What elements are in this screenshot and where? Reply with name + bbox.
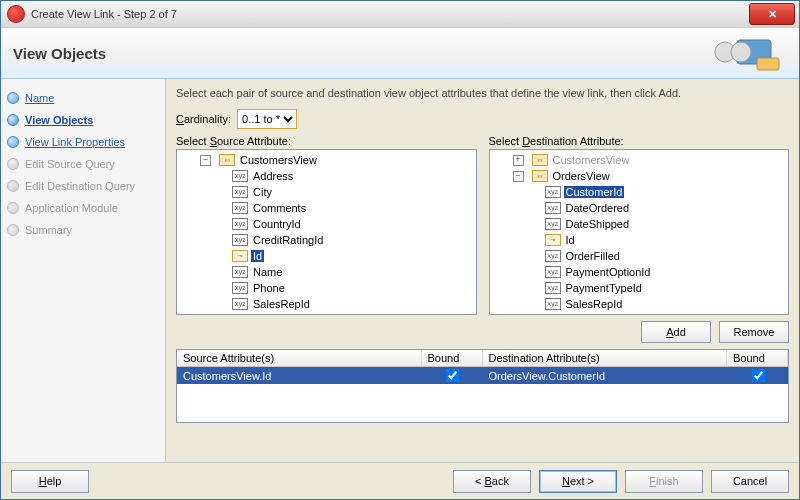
tree-node[interactable]: xyzName: [177, 264, 476, 280]
mapping-destination: OrdersView.CustomerId: [483, 367, 729, 384]
tree-node[interactable]: xyzCountryId: [177, 216, 476, 232]
node-label: OrderFilled: [564, 250, 622, 262]
tree-node[interactable]: ⊸Id: [177, 248, 476, 264]
tree-node[interactable]: xyzComments: [177, 200, 476, 216]
mapping-row[interactable]: CustomersView.IdOrdersView.CustomerId: [177, 367, 788, 384]
tree-node[interactable]: xyzPaymentOptionId: [490, 264, 789, 280]
close-icon: ✕: [768, 8, 777, 21]
col-source: Source Attribute(s): [177, 350, 422, 366]
destination-caption: Select Destination Attribute:: [489, 135, 790, 147]
assoc-icon: ↪: [232, 314, 248, 315]
mapping-rows: CustomersView.IdOrdersView.CustomerId: [177, 367, 788, 384]
expand-icon[interactable]: +: [513, 155, 524, 166]
page-title: View Objects: [13, 45, 106, 62]
tree-node[interactable]: ⊸Id: [490, 232, 789, 248]
tree-node-root[interactable]: −▭OrdersView: [490, 168, 789, 184]
node-label: CustomersView: [238, 154, 319, 166]
node-label: City: [251, 186, 274, 198]
main-panel: Select each pair of source and destinati…: [166, 79, 799, 462]
step-view-objects[interactable]: View Objects: [5, 109, 161, 131]
step-application-module: Application Module: [5, 197, 161, 219]
view-icon: ▭: [532, 170, 548, 182]
wizard-footer: Help < Back Next > Finish Cancel: [1, 462, 799, 499]
window-title: Create View Link - Step 2 of 7: [31, 8, 749, 20]
tree-node[interactable]: xyzCity: [177, 184, 476, 200]
node-label: CreditRatingId: [251, 234, 325, 246]
tree-node[interactable]: xyzSalesRepId: [177, 296, 476, 312]
source-tree[interactable]: −▭CustomersViewxyzAddressxyzCityxyzComme…: [176, 149, 477, 315]
col-destination: Destination Attribute(s): [483, 350, 728, 366]
step-name[interactable]: Name: [5, 87, 161, 109]
next-button[interactable]: Next >: [539, 470, 617, 493]
xyz-icon: xyz: [232, 234, 248, 246]
tree-node[interactable]: +▭CustomersView: [490, 152, 789, 168]
cardinality-row: Cardinality: 0..1 to *: [176, 109, 789, 129]
svg-rect-3: [757, 58, 779, 70]
destination-tree[interactable]: +▭CustomersView−▭OrdersViewxyzCustomerId…: [489, 149, 790, 315]
step-label[interactable]: View Objects: [25, 114, 93, 126]
source-tree-column: Select Source Attribute: −▭CustomersView…: [176, 135, 477, 315]
mapping-header: Source Attribute(s) Bound Destination At…: [177, 350, 788, 367]
titlebar[interactable]: Create View Link - Step 2 of 7 ✕: [1, 1, 799, 28]
node-label: Address: [251, 170, 295, 182]
node-label: DateOrdered: [564, 202, 632, 214]
cardinality-select[interactable]: 0..1 to *: [237, 109, 297, 129]
step-label: Edit Destination Query: [25, 180, 135, 192]
collapse-icon[interactable]: −: [200, 155, 211, 166]
tree-node-root[interactable]: −▭CustomersView: [177, 152, 476, 168]
tree-node[interactable]: xyzCustomerId: [490, 184, 789, 200]
xyz-icon: xyz: [232, 186, 248, 198]
step-view-link-properties[interactable]: View Link Properties: [5, 131, 161, 153]
xyz-icon: xyz: [545, 298, 561, 310]
step-dot-icon: [7, 224, 19, 236]
help-button[interactable]: Help: [11, 470, 89, 493]
col-bound-src: Bound: [422, 350, 483, 366]
xyz-icon: xyz: [232, 202, 248, 214]
step-dot-icon: [7, 92, 19, 104]
tree-node[interactable]: ↪SOrdCustomerIdFkAssoc: [177, 312, 476, 315]
tree-node[interactable]: xyzPaymentTypeId: [490, 280, 789, 296]
cardinality-label: Cardinality:: [176, 113, 231, 125]
tree-node[interactable]: xyzOrderFilled: [490, 248, 789, 264]
wizard-header: View Objects: [1, 28, 799, 79]
app-icon: [7, 5, 25, 23]
mapping-table: Source Attribute(s) Bound Destination At…: [176, 349, 789, 423]
step-dot-icon: [7, 114, 19, 126]
node-label: CustomerId: [564, 186, 625, 198]
step-edit-destination-query: Edit Destination Query: [5, 175, 161, 197]
view-icon: ▭: [532, 154, 548, 166]
cancel-button[interactable]: Cancel: [711, 470, 789, 493]
xyz-icon: xyz: [232, 282, 248, 294]
step-edit-source-query: Edit Source Query: [5, 153, 161, 175]
add-button[interactable]: Add: [641, 321, 711, 343]
node-label: SalesRepId: [251, 298, 312, 310]
bound-checkbox[interactable]: [752, 369, 765, 382]
close-button[interactable]: ✕: [749, 3, 795, 25]
node-label: CustomersView: [551, 154, 632, 166]
tree-node[interactable]: xyzCreditRatingId: [177, 232, 476, 248]
source-caption: Select Source Attribute:: [176, 135, 477, 147]
step-label[interactable]: View Link Properties: [25, 136, 125, 148]
tree-node[interactable]: xyzAddress: [177, 168, 476, 184]
step-label[interactable]: Name: [25, 92, 54, 104]
tree-node[interactable]: ↪SOrdCustomerIdFkAssoc: [490, 312, 789, 315]
tree-node[interactable]: xyzDateOrdered: [490, 200, 789, 216]
svg-point-2: [731, 42, 751, 62]
remove-button[interactable]: Remove: [719, 321, 789, 343]
node-label: Id: [251, 250, 264, 262]
node-label: Phone: [251, 282, 287, 294]
instruction-text: Select each pair of source and destinati…: [176, 87, 789, 99]
back-button[interactable]: < Back: [453, 470, 531, 493]
collapse-icon[interactable]: −: [513, 171, 524, 182]
tree-node[interactable]: xyzSalesRepId: [490, 296, 789, 312]
mapping-bound-dst[interactable]: [728, 367, 788, 384]
col-bound-dst: Bound: [727, 350, 788, 366]
mapping-bound-src[interactable]: [423, 367, 483, 384]
tree-node[interactable]: xyzDateShipped: [490, 216, 789, 232]
xyz-icon: xyz: [545, 218, 561, 230]
add-remove-actions: Add Remove: [176, 321, 789, 343]
finish-button[interactable]: Finish: [625, 470, 703, 493]
tree-node[interactable]: xyzPhone: [177, 280, 476, 296]
xyz-icon: xyz: [545, 282, 561, 294]
bound-checkbox[interactable]: [446, 369, 459, 382]
